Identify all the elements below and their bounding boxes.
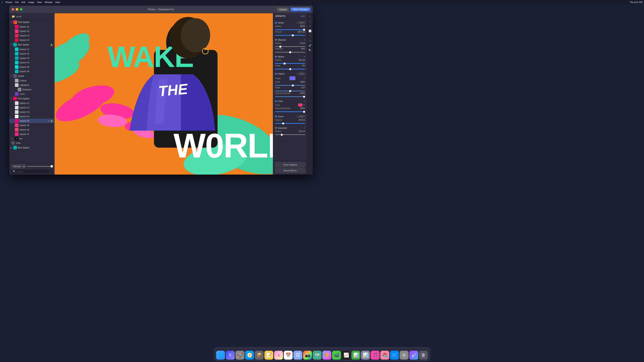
layer-item[interactable]: Splash #3 [9, 33, 54, 38]
minimize-button[interactable] [16, 8, 18, 11]
color-edit-icon[interactable]: ✏ [303, 104, 305, 106]
amount-slider[interactable] [275, 123, 305, 124]
chevron-icon: ▼ [10, 21, 12, 23]
layer-item[interactable]: Highlights [9, 83, 54, 87]
layer-item[interactable]: Splash #6 [9, 123, 54, 127]
add-layer-icon[interactable]: ⊕ [49, 170, 51, 173]
cancel-button[interactable]: Cancel [277, 7, 289, 11]
edit-effect-button[interactable]: EDIT [298, 21, 305, 24]
apple-menu[interactable]:  [2, 1, 2, 4]
layer-item[interactable]: Splash #6 [9, 127, 54, 132]
crop-tool[interactable]: ⊹ [308, 19, 312, 23]
layer-item[interactable]: Splash #1 [9, 47, 54, 51]
layer-item[interactable]: Shadows [9, 87, 54, 92]
blend-mode-select[interactable]: Normal Multiply Screen [11, 164, 26, 168]
close-button[interactable] [12, 8, 14, 11]
add-effect-button[interactable]: Add [301, 15, 305, 17]
layer-item[interactable]: Splash #4 [9, 38, 54, 42]
param-label: Radius [275, 25, 281, 27]
artwork-svg: WAKE THE W0RLD [54, 13, 273, 175]
effect-enabled-dot[interactable] [275, 127, 277, 129]
opacity-slider[interactable] [275, 96, 305, 97]
group-header-mint-splash-2[interactable]: ▶ Mint Splash [9, 145, 54, 150]
layer-item[interactable]: Splash #7 [9, 132, 54, 136]
pattern-image-thumb[interactable] [290, 76, 296, 80]
save-changes-button[interactable]: Save Changes [290, 7, 310, 11]
layer-item[interactable]: Splash #4 [9, 60, 54, 65]
opacity-slider[interactable] [275, 111, 305, 112]
layer-item[interactable]: Splash #6 [9, 69, 54, 74]
layer-name: Splash #1 [20, 48, 53, 50]
layer-item-john[interactable]: John [9, 141, 54, 145]
param-value: 10.0 px [298, 130, 305, 132]
param-row: Opacity (Normal) 100% [275, 92, 305, 94]
effect-enabled-dot[interactable] [275, 22, 277, 23]
show-original-button[interactable]: Show Original [275, 162, 305, 167]
group-thumb [13, 43, 17, 46]
paint-tool[interactable]: ✏ [308, 24, 312, 28]
layer-item[interactable]: Splash #2 [9, 51, 54, 56]
radius-slider[interactable] [275, 29, 305, 30]
effect-enabled-dot[interactable] [275, 100, 277, 102]
menu-file[interactable]: File [15, 1, 19, 3]
edit-effect-button[interactable]: EDIT [298, 72, 305, 75]
angle-slider[interactable] [275, 91, 305, 91]
effect-header: Pattern ▾ EDIT [275, 72, 305, 75]
menu-window[interactable]: Window [45, 1, 52, 3]
amount-slider[interactable] [275, 35, 305, 35]
layer-item[interactable]: Splash #1 [9, 24, 54, 29]
effect-enabled-dot[interactable] [275, 39, 277, 41]
group-header-pink-splash-top[interactable]: ▼ Pink Splash [9, 20, 54, 24]
fullscreen-button[interactable] [20, 8, 22, 11]
scale-slider[interactable] [275, 85, 305, 86]
canvas-area[interactable]: WAKE THE W0RLD [54, 13, 273, 175]
layer-item[interactable]: Splash #2 [9, 105, 54, 110]
angle-slider[interactable] [275, 69, 305, 69]
radius-slider[interactable] [275, 63, 305, 64]
sidebar-header: 📁 world [9, 13, 54, 20]
search-input[interactable] [17, 170, 48, 173]
radius-slider[interactable] [275, 134, 305, 135]
menu-image[interactable]: Image [28, 1, 34, 3]
layer-item-selected[interactable]: Splash #5 👁 🔒 [9, 119, 54, 123]
cursor-tool[interactable]: ↖ [308, 14, 312, 19]
menu-photos[interactable]: Photos [6, 1, 12, 3]
effect-enabled-dot[interactable] [275, 56, 277, 57]
param-row: Scale 100% [275, 81, 305, 83]
opacity-slider[interactable] [27, 166, 53, 167]
menu-edit[interactable]: Edit [22, 1, 25, 3]
effect-enabled-dot[interactable] [275, 116, 277, 117]
intensity-slider[interactable] [275, 52, 305, 52]
edit-effect-button[interactable]: EDIT [298, 115, 305, 118]
eyedropper-tool[interactable]: 💉 [308, 43, 312, 48]
group-label: Mint Splash [18, 146, 53, 149]
zoom-tool[interactable]: 🔍 [308, 48, 312, 52]
menu-view[interactable]: View [37, 1, 42, 3]
effect-header: Vortex ▾ EDIT [275, 21, 305, 24]
menu-help[interactable]: Help [55, 1, 60, 3]
group-header-pink-splash-2[interactable]: ▼ Pink Splash [9, 96, 54, 101]
layer-item[interactable]: Splash #5 [9, 65, 54, 69]
layer-item[interactable]: Splash #3 [9, 56, 54, 60]
effect-name: Motion [278, 55, 303, 58]
layer-item[interactable]: Splash #4 [9, 114, 54, 119]
reset-effects-button[interactable]: Reset Effects [275, 168, 305, 173]
param-label: Color [275, 104, 280, 106]
layer-item[interactable]: Outline [9, 78, 54, 83]
type-tool[interactable]: T [308, 33, 312, 38]
group-header-mint-splash[interactable]: ▼ Mint Splash 🔒 [9, 42, 54, 47]
layer-item[interactable]: Splash #2 [9, 29, 54, 33]
effect-enabled-dot[interactable] [275, 73, 277, 75]
layer-name: Splash #4 [20, 115, 53, 118]
eraser-tool[interactable]: ⬜ [308, 29, 312, 33]
layer-item[interactable]: Splash #1 [9, 101, 54, 105]
shape-tool[interactable]: ◻ [308, 38, 312, 43]
layer-item[interactable]: Splash #3 [9, 110, 54, 114]
group-header-jacket[interactable]: ▼ Jacket [9, 74, 54, 78]
radius-slider[interactable] [275, 46, 305, 47]
effects-list: Vortex ▾ EDIT Radius 100% Amount 100.0 p… [273, 19, 307, 160]
color-swatch[interactable] [298, 103, 302, 107]
layer-item-the[interactable]: ✦ T the [9, 136, 54, 141]
effect-pattern: Pattern ▾ EDIT Image ▾ Scale 100% [273, 71, 307, 99]
layer-item[interactable]: Color [9, 92, 54, 96]
